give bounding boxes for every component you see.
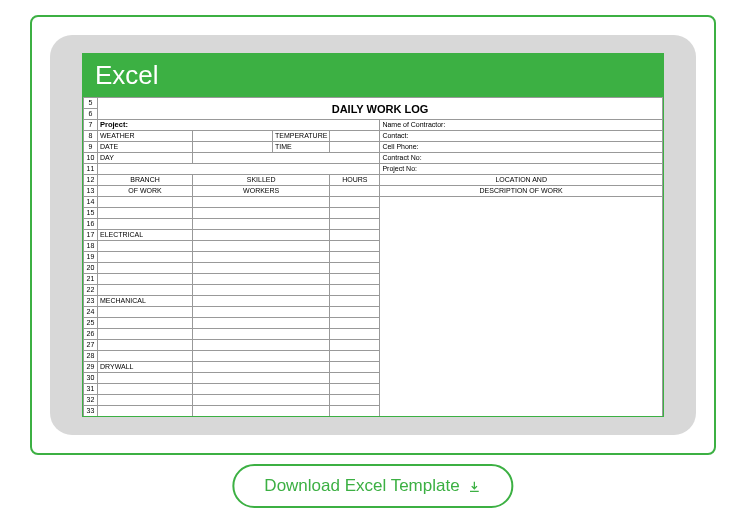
row-number: 17 bbox=[84, 230, 98, 241]
download-label: Download Excel Template bbox=[264, 476, 459, 496]
col-header-skilled: SKILLED bbox=[193, 175, 330, 186]
col-header-branch: BRANCH bbox=[98, 175, 193, 186]
cell bbox=[193, 395, 330, 406]
download-button[interactable]: Download Excel Template bbox=[232, 464, 513, 508]
tablet-screen: Excel 5 DAILY WORK LOG 6 7 Project: Name… bbox=[82, 53, 664, 417]
col-header-ofwork: OF WORK bbox=[98, 186, 193, 197]
row-number: 28 bbox=[84, 351, 98, 362]
category-electrical: ELECTRICAL bbox=[98, 230, 193, 241]
cell bbox=[98, 395, 193, 406]
cell bbox=[330, 230, 380, 241]
cell bbox=[98, 241, 193, 252]
row-number: 24 bbox=[84, 307, 98, 318]
table-row: 9 DATE TIME Cell Phone: bbox=[84, 142, 663, 153]
cell bbox=[193, 142, 273, 153]
cell bbox=[193, 153, 380, 164]
col-header-hours: HOURS bbox=[330, 175, 380, 186]
row-number: 30 bbox=[84, 373, 98, 384]
row-number: 27 bbox=[84, 340, 98, 351]
cell bbox=[330, 384, 380, 395]
cell bbox=[330, 340, 380, 351]
row-number: 10 bbox=[84, 153, 98, 164]
cell bbox=[98, 318, 193, 329]
cell bbox=[193, 252, 330, 263]
cell bbox=[193, 351, 330, 362]
cell bbox=[193, 329, 330, 340]
cell bbox=[330, 208, 380, 219]
cell bbox=[98, 351, 193, 362]
row-number: 21 bbox=[84, 274, 98, 285]
cell bbox=[193, 285, 330, 296]
row-number: 9 bbox=[84, 142, 98, 153]
category-drywall: DRYWALL bbox=[98, 362, 193, 373]
cell bbox=[193, 230, 330, 241]
cell bbox=[330, 274, 380, 285]
cell bbox=[330, 142, 380, 153]
cell bbox=[330, 285, 380, 296]
cell bbox=[193, 219, 330, 230]
cell bbox=[330, 406, 380, 417]
table-row: 13 OF WORK WORKERS DESCRIPTION OF WORK bbox=[84, 186, 663, 197]
row-number: 14 bbox=[84, 197, 98, 208]
project-label: Project: bbox=[98, 120, 380, 131]
cell bbox=[330, 219, 380, 230]
cell bbox=[98, 164, 380, 175]
cell bbox=[98, 340, 193, 351]
cell bbox=[98, 274, 193, 285]
cell bbox=[330, 395, 380, 406]
cell bbox=[98, 285, 193, 296]
cell bbox=[330, 186, 380, 197]
cell bbox=[193, 373, 330, 384]
description-area bbox=[380, 197, 663, 417]
app-title-bar: Excel bbox=[83, 54, 663, 97]
cell bbox=[98, 252, 193, 263]
category-mechanical: MECHANICAL bbox=[98, 296, 193, 307]
table-row: 5 DAILY WORK LOG bbox=[84, 98, 663, 109]
row-number: 5 bbox=[84, 98, 98, 109]
cell bbox=[193, 318, 330, 329]
row-number: 19 bbox=[84, 252, 98, 263]
cell bbox=[330, 197, 380, 208]
cell bbox=[98, 197, 193, 208]
sheet-title: DAILY WORK LOG bbox=[98, 98, 663, 120]
cell bbox=[330, 318, 380, 329]
cell bbox=[98, 208, 193, 219]
col-header-location: LOCATION AND bbox=[380, 175, 663, 186]
row-number: 33 bbox=[84, 406, 98, 417]
date-label: DATE bbox=[98, 142, 193, 153]
cell bbox=[193, 384, 330, 395]
day-label: DAY bbox=[98, 153, 193, 164]
row-number: 29 bbox=[84, 362, 98, 373]
cell bbox=[193, 340, 330, 351]
row-number: 18 bbox=[84, 241, 98, 252]
table-row: 12 BRANCH SKILLED HOURS LOCATION AND bbox=[84, 175, 663, 186]
cell bbox=[98, 373, 193, 384]
row-number: 8 bbox=[84, 131, 98, 142]
cellphone-label: Cell Phone: bbox=[380, 142, 663, 153]
row-number: 6 bbox=[84, 109, 98, 120]
col-header-workers: WORKERS bbox=[193, 186, 330, 197]
table-row: 11 Project No: bbox=[84, 164, 663, 175]
weather-label: WEATHER bbox=[98, 131, 193, 142]
col-header-description: DESCRIPTION OF WORK bbox=[380, 186, 663, 197]
table-row: 8 WEATHER TEMPERATURE Contact: bbox=[84, 131, 663, 142]
cell bbox=[330, 329, 380, 340]
app-title: Excel bbox=[95, 60, 159, 90]
row-number: 16 bbox=[84, 219, 98, 230]
cell bbox=[193, 362, 330, 373]
row-number: 20 bbox=[84, 263, 98, 274]
cell bbox=[330, 131, 380, 142]
row-number: 7 bbox=[84, 120, 98, 131]
download-icon bbox=[468, 479, 482, 493]
row-number: 26 bbox=[84, 329, 98, 340]
table-row: 14 bbox=[84, 197, 663, 208]
cell bbox=[330, 307, 380, 318]
cell bbox=[330, 373, 380, 384]
table-row: 7 Project: Name of Contractor: bbox=[84, 120, 663, 131]
projectno-label: Project No: bbox=[380, 164, 663, 175]
cell bbox=[98, 219, 193, 230]
cell bbox=[98, 307, 193, 318]
contractno-label: Contract No: bbox=[380, 153, 663, 164]
row-number: 31 bbox=[84, 384, 98, 395]
cell bbox=[330, 241, 380, 252]
